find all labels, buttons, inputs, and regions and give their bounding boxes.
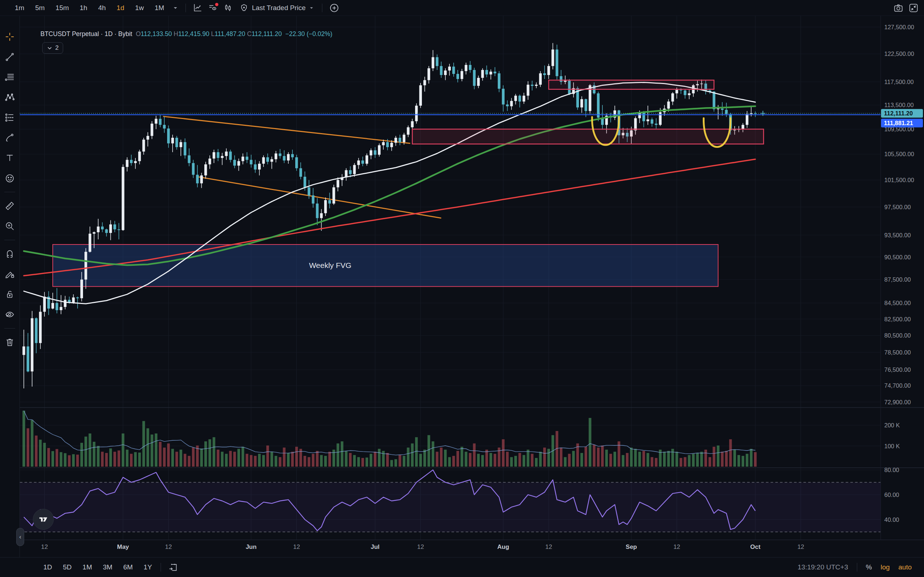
hide-drawings-icon — [5, 309, 15, 319]
svg-text:Aug: Aug — [498, 543, 509, 550]
tradingview-logo-icon — [37, 514, 49, 525]
tool-text[interactable] — [2, 151, 17, 165]
exit-fullscreen-button[interactable] — [906, 1, 921, 15]
tool-remove-drawings[interactable] — [2, 335, 17, 350]
tool-forecast[interactable] — [2, 110, 17, 125]
tool-fib-retracement[interactable] — [2, 70, 17, 84]
svg-text:105,500.00: 105,500.00 — [884, 151, 914, 157]
zoom-in-icon — [5, 221, 15, 231]
svg-text:90,500.00: 90,500.00 — [884, 254, 911, 260]
timeframe-1M[interactable]: 1M — [149, 2, 170, 14]
range-5D[interactable]: 5D — [58, 561, 76, 573]
indicators-collapse-button[interactable]: 2 — [42, 42, 63, 54]
timeframe-5m[interactable]: 5m — [30, 2, 50, 14]
range-1M[interactable]: 1M — [78, 561, 96, 573]
drawing-toolbar — [0, 16, 20, 557]
timeframe-1h[interactable]: 1h — [74, 2, 93, 14]
tool-emoji[interactable] — [2, 171, 17, 185]
tool-zoom-in[interactable] — [2, 219, 17, 233]
tool-trend-line[interactable] — [2, 50, 17, 64]
svg-text:12: 12 — [293, 543, 300, 550]
notification-dot — [215, 3, 218, 6]
range-6M[interactable]: 6M — [119, 561, 137, 573]
price-source-selector[interactable]: Last Traded Price — [236, 1, 318, 15]
log-scale-button[interactable]: log — [876, 561, 894, 573]
timeframe-15m[interactable]: 15m — [50, 2, 74, 14]
toolbar-divider — [4, 240, 15, 240]
svg-text:93,500.00: 93,500.00 — [884, 232, 911, 239]
chart-canvas[interactable]: Weekly FVG127,500.00122,500.00117,500.00… — [0, 0, 924, 577]
scroll-left-handle[interactable]: ‹ — [16, 528, 24, 546]
svg-text:101,500.00: 101,500.00 — [884, 177, 914, 183]
indicator-count: 2 — [55, 44, 58, 52]
svg-text:82,500.00: 82,500.00 — [884, 316, 911, 322]
tradingview-chart-app: 1m5m15m1h4h1d1w1M Last Traded Price — [0, 0, 924, 577]
price-source-icon — [239, 3, 249, 13]
drawing-lock-icon — [5, 269, 15, 279]
emoji-icon — [5, 173, 15, 183]
plus-circle-icon — [329, 3, 339, 13]
timeframe-1d[interactable]: 1d — [111, 2, 129, 14]
svg-text:60.00: 60.00 — [884, 492, 899, 498]
svg-text:80.00: 80.00 — [884, 467, 899, 473]
tool-hide-drawings[interactable] — [2, 307, 17, 322]
svg-text:97,500.00: 97,500.00 — [884, 204, 911, 210]
candlesticks — [23, 43, 756, 388]
tool-brush[interactable] — [2, 131, 17, 145]
tool-xabcd-pattern[interactable] — [2, 90, 17, 105]
price-axis[interactable]: 127,500.00122,500.00117,500.00113,500.00… — [884, 24, 914, 523]
timeframe-dropdown-caret[interactable] — [170, 3, 181, 12]
close-value: 112,111.20 — [252, 30, 282, 38]
svg-text:84,500.00: 84,500.00 — [884, 300, 911, 306]
clock[interactable]: 13:19:20 UTC+3 — [793, 561, 853, 573]
add-button[interactable] — [327, 1, 342, 15]
timeframe-4h[interactable]: 4h — [93, 2, 111, 14]
tool-unlock[interactable] — [2, 287, 17, 301]
svg-text:80,500.00: 80,500.00 — [884, 332, 911, 338]
goto-date-button[interactable] — [165, 561, 181, 574]
toolbar-divider — [857, 563, 857, 572]
tool-crosshair[interactable] — [2, 29, 17, 44]
svg-text:12: 12 — [797, 543, 804, 550]
screenshot-button[interactable] — [891, 1, 906, 15]
tool-ruler[interactable] — [2, 199, 17, 213]
support-box-lower[interactable] — [412, 129, 763, 144]
forecast-icon — [5, 113, 15, 122]
tool-magnet[interactable] — [2, 247, 17, 261]
range-3M[interactable]: 3M — [99, 561, 116, 573]
resistance-box-upper[interactable] — [549, 80, 714, 89]
chart-style-button[interactable] — [190, 1, 205, 15]
tool-drawing-lock[interactable] — [2, 267, 17, 281]
toolbar-divider — [4, 192, 15, 192]
brush-icon — [5, 133, 15, 143]
svg-text:113,500.00: 113,500.00 — [884, 102, 914, 108]
remove-drawings-icon — [5, 337, 15, 347]
candles-icon — [223, 3, 233, 13]
timeframe-1w[interactable]: 1w — [129, 2, 149, 14]
chevron-down-icon — [47, 45, 52, 51]
time-axis[interactable]: 12May12Jun12Jul12Aug12Sep12Oct12 — [41, 543, 804, 550]
timeframe-1m[interactable]: 1m — [10, 2, 30, 14]
svg-text:Oct: Oct — [750, 543, 761, 550]
exit-fullscreen-icon — [908, 3, 919, 13]
volume-pane — [23, 411, 756, 467]
object-tree-button[interactable] — [205, 1, 221, 15]
orange-trendline-upper[interactable] — [163, 116, 410, 143]
hline-price-badge: 111,881.21 — [881, 119, 923, 127]
tradingview-logo[interactable] — [33, 509, 54, 530]
fib-retracement-icon — [5, 72, 15, 82]
candles-style-button[interactable] — [221, 1, 236, 15]
range-1Y[interactable]: 1Y — [139, 561, 156, 573]
svg-text:74,700.00: 74,700.00 — [884, 382, 911, 389]
percent-scale-button[interactable]: % — [861, 561, 876, 573]
symbol-legend: BTCUSDT Perpetual · 1D · Bybit O112,133.… — [40, 30, 333, 38]
svg-text:76,500.00: 76,500.00 — [884, 366, 911, 373]
magnet-icon — [5, 249, 15, 259]
auto-scale-button[interactable]: auto — [894, 561, 916, 573]
svg-text:May: May — [117, 543, 129, 550]
weekly-fvg-box[interactable]: Weekly FVG — [53, 245, 718, 287]
xabcd-pattern-icon — [5, 92, 15, 102]
change-value: −22.30 (−0.02%) — [286, 30, 333, 38]
range-1D[interactable]: 1D — [39, 561, 56, 573]
open-value: 112,133.50 — [141, 30, 172, 38]
